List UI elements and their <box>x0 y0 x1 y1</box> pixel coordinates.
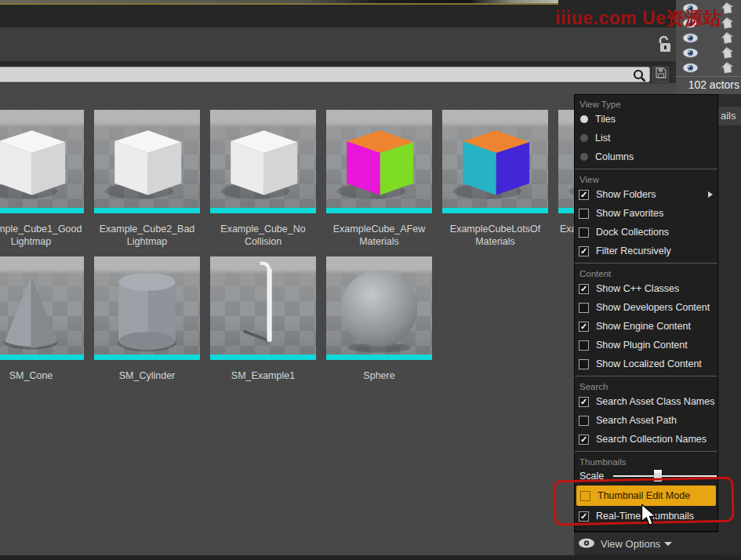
home-icon <box>721 16 734 32</box>
menu-item-label: Columns <box>595 151 634 162</box>
asset-type-color-bar <box>94 208 200 213</box>
asset-thumbnail <box>0 256 84 360</box>
menu-section-title-thumbnails: Thumbnails <box>575 454 717 467</box>
menu-item-show-engine-content[interactable]: ✓Show Engine Content <box>575 317 717 336</box>
menu-item-show-c-classes[interactable]: ✓Show C++ Classes <box>575 279 717 298</box>
asset-tile-sm-cylinder[interactable]: SM_Cylinder <box>94 256 200 383</box>
asset-tile-example-cube2-bad-lightmap[interactable]: Example_Cube2_Bad Lightmap <box>94 110 200 248</box>
asset-tile-label: Example_Cube_No Collision <box>210 224 316 248</box>
menu-item-label: Show C++ Classes <box>596 283 679 294</box>
menu-item-label: Filter Recursively <box>596 245 671 256</box>
asset-type-color-bar <box>442 208 548 213</box>
checkbox-icon <box>579 303 589 313</box>
home-icon <box>721 2 734 17</box>
checkbox-icon: ✓ <box>579 190 589 200</box>
context-menu: View TypeTilesListColumnsView✓Show Folde… <box>574 94 718 532</box>
asset-type-color-bar <box>210 208 316 213</box>
asset-type-color-bar <box>0 355 84 360</box>
menu-section-title-view: View <box>575 172 717 185</box>
radio-icon <box>580 115 588 123</box>
asset-tile-label: Example_Cube2_Bad Lightmap <box>94 224 200 248</box>
menu-item-search-collection-names[interactable]: ✓Search Collection Names <box>575 430 717 449</box>
watermark-text: iiiue.com Ue资源站 <box>555 6 721 31</box>
search-input[interactable] <box>0 67 650 82</box>
menu-item-label: Show Favorites <box>596 208 663 219</box>
menu-separator <box>575 451 717 452</box>
asset-tile-sm-cone[interactable]: SM_Cone <box>0 256 84 383</box>
bottom-edge <box>0 555 741 560</box>
actor-count-label: 102 actors <box>676 78 739 91</box>
asset-tile-label: SM_Cone <box>0 370 84 383</box>
asset-type-color-bar <box>94 355 200 360</box>
lock-icon[interactable] <box>656 35 673 57</box>
menu-item-list[interactable]: List <box>575 129 717 147</box>
asset-thumbnail <box>326 256 432 360</box>
menu-item-label: Show Plugin Content <box>596 340 688 351</box>
menu-item-show-localized-content[interactable]: Show Localized Content <box>575 355 717 373</box>
asset-tile-sm-example1[interactable]: SM_Example1 <box>210 256 316 383</box>
eye-icon[interactable] <box>682 47 699 61</box>
eye-icon[interactable] <box>682 32 699 46</box>
menu-item-label: Search Asset Class Names <box>596 396 714 407</box>
menu-item-label: Show Folders <box>596 189 656 200</box>
menu-item-label: Show Developers Content <box>596 302 710 313</box>
checkbox-icon <box>579 416 589 426</box>
menu-item-search-asset-class-names[interactable]: ✓Search Asset Class Names <box>575 392 717 411</box>
menu-section-title-content: Content <box>575 266 717 279</box>
mouse-cursor <box>641 504 657 529</box>
checkbox-icon: ✓ <box>579 322 589 332</box>
asset-type-color-bar <box>0 208 84 213</box>
menu-item-show-folders[interactable]: ✓Show Folders <box>575 185 717 204</box>
view-options-button[interactable]: View Options <box>574 532 718 555</box>
menu-item-show-developers-content[interactable]: Show Developers Content <box>575 298 717 317</box>
asset-tile-example-cube1-good-lightmap[interactable]: Example_Cube1_Good Lightmap <box>0 110 84 248</box>
checkbox-icon <box>579 209 589 219</box>
menu-item-filter-recursively[interactable]: ✓Filter Recursively <box>575 242 717 260</box>
menu-item-label: Search Collection Names <box>596 434 706 445</box>
checkbox-icon: ✓ <box>579 246 589 256</box>
asset-type-color-bar <box>326 355 432 360</box>
menu-item-search-asset-path[interactable]: Search Asset Path <box>575 411 717 430</box>
outliner-row <box>676 61 741 76</box>
asset-thumbnail <box>0 110 84 213</box>
menu-item-tiles[interactable]: Tiles <box>575 110 717 129</box>
outliner-row <box>676 46 741 61</box>
home-icon <box>721 46 734 62</box>
menu-item-show-plugin-content[interactable]: Show Plugin Content <box>575 336 717 355</box>
eye-icon <box>578 538 595 551</box>
submenu-arrow-icon <box>708 191 713 198</box>
home-icon <box>721 61 734 77</box>
menu-item-dock-collections[interactable]: Dock Collections <box>575 223 717 242</box>
tab-details[interactable]: ails <box>718 107 741 125</box>
asset-tile-examplecube-afew-materials[interactable]: ExampleCube_AFew Materials <box>326 110 432 248</box>
outliner-row <box>676 31 741 46</box>
chevron-down-icon <box>664 542 672 546</box>
checkbox-icon <box>579 340 589 351</box>
eye-icon[interactable] <box>682 62 699 76</box>
asset-tile-examplecubelotsof-materials[interactable]: ExampleCubeLotsOf Materials <box>442 110 548 248</box>
asset-tile-example-cube-no-collision[interactable]: Example_Cube_No Collision <box>210 110 316 248</box>
radio-icon <box>580 153 588 161</box>
home-icon <box>721 31 734 47</box>
menu-item-columns[interactable]: Columns <box>575 147 717 166</box>
menu-item-label: Dock Collections <box>596 227 669 238</box>
asset-thumbnail <box>326 110 432 213</box>
asset-tile-label: Example_Cube1_Good Lightmap <box>0 224 84 248</box>
menu-separator <box>575 376 717 376</box>
outliner-separator <box>676 76 741 77</box>
asset-tile-label: Sphere <box>326 370 432 383</box>
menu-section-title-search: Search <box>575 379 717 392</box>
checkbox-icon: ✓ <box>579 397 589 407</box>
save-search-button[interactable] <box>652 67 669 82</box>
menu-item-label: Search Asset Path <box>596 415 677 426</box>
menu-separator <box>575 169 717 169</box>
radio-icon <box>580 134 588 142</box>
checkbox-icon: ✓ <box>579 284 589 294</box>
menu-separator <box>575 263 717 264</box>
asset-type-color-bar <box>210 355 316 360</box>
checkbox-icon: ✓ <box>579 435 589 445</box>
asset-tile-sphere[interactable]: Sphere <box>326 256 432 383</box>
asset-thumbnail <box>94 110 200 213</box>
menu-item-show-favorites[interactable]: Show Favorites <box>575 204 717 223</box>
asset-tile-label: SM_Example1 <box>210 370 316 383</box>
